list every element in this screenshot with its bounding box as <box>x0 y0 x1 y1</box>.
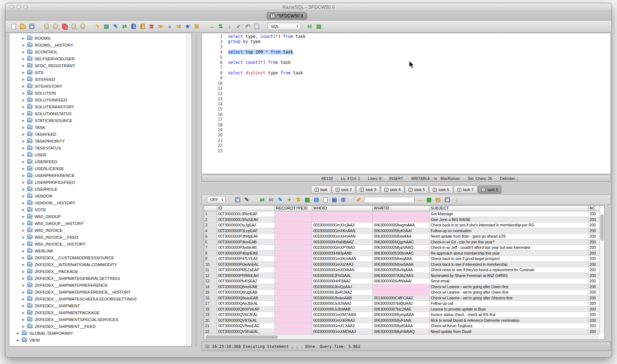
code-line[interactable]: ​ <box>228 81 306 86</box>
row-number-cell[interactable]: 5 <box>204 234 217 239</box>
cell-whoid[interactable] <box>312 217 373 223</box>
tree-item-sitefeed[interactable]: ▶SITEFEED <box>9 76 186 83</box>
tab-close-icon[interactable]: ╳ <box>384 188 388 192</box>
cell-whatid[interactable]: 006300000058wgmAAA <box>373 222 430 228</box>
cell-whoid[interactable]: 0033000000JFhGlAAL <box>312 273 373 279</box>
cell-id[interactable]: 00T3000000P3LopEAF <box>217 228 275 234</box>
code-line[interactable]: ​ <box>228 101 306 107</box>
tree-item-userfeed[interactable]: ▶USERFEED <box>9 158 186 165</box>
cell-ac[interactable]: 200 <box>588 278 600 284</box>
filter-rows-icon[interactable]: ≫ <box>157 23 164 30</box>
cell-recordtypeid[interactable] <box>275 256 312 262</box>
format-sql-icon[interactable]: ⇉ <box>175 23 182 30</box>
cell-ac[interactable]: 200 <box>588 329 600 335</box>
view-log-icon[interactable] <box>253 23 260 30</box>
cell-id[interactable]: 00T3000000L0RqSEAV <box>217 217 275 223</box>
cell-recordtypeid[interactable] <box>275 307 312 312</box>
cell-subject[interactable]: Check back to see if interested in membe… <box>430 262 588 268</box>
cell-whatid[interactable]: 00630000005xfWaAAI <box>373 278 430 284</box>
cell-recordtypeid[interactable] <box>275 262 312 268</box>
tree-item-user[interactable]: ▶USER <box>9 151 186 158</box>
cell-whatid[interactable]: 006300000058ypVAAQ <box>373 245 430 251</box>
cell-whatid[interactable]: 0013000000C4fFCAAZ <box>373 295 430 301</box>
cell-id[interactable]: 00T3000000PREZaEAP <box>217 267 275 273</box>
cell-id[interactable]: 00T3000000QAeJbEAL <box>217 301 275 307</box>
cell-subject[interactable]: Rick to email David & reference Delmonte… <box>430 318 588 324</box>
minimize-button[interactable] <box>17 5 21 9</box>
create-object-icon[interactable]: + <box>70 23 77 30</box>
disclosure-triangle-icon[interactable]: ▶ <box>21 98 26 102</box>
cell-whoid[interactable]: 0033000000GmXKmAAN <box>312 256 373 262</box>
disclosure-triangle-icon[interactable]: ▶ <box>21 50 26 54</box>
tree-item-w50-invoice-feed[interactable]: ▶W50_INVOICE__FEED <box>9 234 186 240</box>
tree-item-w50-group[interactable]: ▶W50_GROUP <box>9 213 186 220</box>
cell-whoid[interactable]: 0033000000H9i0pAAB <box>312 251 373 256</box>
line-count-icon[interactable]: ▤ <box>315 23 323 30</box>
tab-close-icon[interactable]: ╳ <box>336 188 340 192</box>
code-line[interactable]: ​ <box>228 91 306 96</box>
tree-item-solutionfeed[interactable]: ▶SOLUTIONFEED <box>9 96 186 103</box>
cell-id[interactable]: 00T3000000QV8TjEAL <box>217 318 275 324</box>
cell-whoid[interactable]: 0033000000GmXPYAA3 <box>312 245 373 251</box>
result-tab-task[interactable]: ╳task <box>311 186 331 194</box>
cell-recordtypeid[interactable] <box>275 323 312 329</box>
cell-whoid[interactable]: 0033000000JbvQzAAJ <box>312 284 373 290</box>
table-row[interactable]: 1100T3000000PREZaEAP0033000000GmXOiAAN00… <box>204 267 604 273</box>
cell-ac[interactable]: 200 <box>588 211 600 217</box>
api-docs-icon[interactable] <box>139 23 146 30</box>
table-row[interactable]: 1600T3000000Q8sauEAB0033000000JbukoAAB00… <box>204 295 604 301</box>
edit-row-icon[interactable]: ✎ <box>276 196 284 204</box>
tree-item-zkfedex-shipmatescheduledjobssettings[interactable]: ▶ZKFEDEX__SHIPMATESCHEDULEDJOBSSETTINGS <box>9 295 186 302</box>
code-line[interactable]: select count(*) from task​ <box>228 60 306 65</box>
cell-subject[interactable]: Check w/ Leanne - we're going after Shea… <box>430 295 588 301</box>
cell-subject[interactable]: Check-in w/ Jeff - couldn't afford last … <box>430 245 588 251</box>
cell-ac[interactable]: 200 <box>588 307 600 312</box>
reload-table-icon[interactable]: ▦ <box>303 196 311 204</box>
table-row[interactable]: 300T3000000OiyJgEAJ0033000000GmXHJAA3006… <box>204 222 604 228</box>
cell-ac[interactable]: 200 <box>588 301 600 307</box>
result-tab-task-2[interactable]: ╳task 2 <box>332 186 355 194</box>
code-line[interactable]: ​ <box>228 44 306 49</box>
tree-item-w50-invoice-history[interactable]: ▶W50_INVOICE__HISTORY <box>9 240 186 247</box>
cell-whatid[interactable]: 006300000058xw5AAA <box>373 262 430 268</box>
cell-subject[interactable]: Send email <box>430 278 588 284</box>
cell-id[interactable]: 00T3000000L0RknEAF <box>217 211 275 217</box>
tree-item-zkfedex-shipment[interactable]: ▶ZKFEDEX__SHIPMENT <box>9 302 186 309</box>
cell-whatid[interactable] <box>373 284 430 290</box>
row-number-cell[interactable]: 11 <box>204 267 217 273</box>
row-number-cell[interactable]: 2 <box>204 217 217 223</box>
annotate-icon[interactable]: ▤ <box>434 196 442 204</box>
disclosure-triangle-icon[interactable]: ▶ <box>21 78 26 81</box>
tree-item-view[interactable]: ▶VIEW <box>9 337 186 343</box>
cell-subject[interactable]: Check-in w/ Ed - can he join this year? <box>430 239 588 245</box>
cell-id[interactable]: 00T3000000QV8CfEAL <box>217 312 275 318</box>
row-number-cell[interactable]: 22 <box>204 329 217 335</box>
table-row[interactable]: 1400T3000000Q8rexEAB0033000000JbvQzAAJCh… <box>204 284 604 290</box>
tree-item-userrole[interactable]: ▶USERROLE <box>9 186 186 192</box>
disclosure-triangle-icon[interactable]: ▶ <box>21 235 26 239</box>
table-row[interactable]: 1800T3000000QBXPeEAP0033000000Ju9zlAAB00… <box>204 307 604 312</box>
cell-whoid[interactable]: 0033000000GmXHnAAN <box>312 234 373 239</box>
disclosure-triangle-icon[interactable]: ▶ <box>21 325 26 328</box>
code-line[interactable]: ​ <box>228 107 306 112</box>
auto-commit-icon[interactable]: 66 <box>306 23 314 30</box>
disclosure-triangle-icon[interactable]: ▶ <box>21 36 26 40</box>
cell-subject[interactable]: Nominated by Shane Freeman at ANZ (HR50) <box>430 273 588 279</box>
cell-recordtypeid[interactable] <box>275 278 312 284</box>
disclosure-triangle-icon[interactable]: ▶ <box>21 71 26 74</box>
cell-recordtypeid[interactable] <box>275 228 312 234</box>
cell-subject[interactable]: Get Massage <box>430 211 588 217</box>
cell-recordtypeid[interactable] <box>275 239 312 245</box>
disclosure-triangle-icon[interactable]: ▶ <box>21 222 26 225</box>
download-rows-icon[interactable]: ↓ <box>452 196 460 204</box>
toggle-direction-icon[interactable]: ⇅ <box>217 23 224 30</box>
disclosure-triangle-icon[interactable]: ▶ <box>21 201 26 205</box>
tab-close-icon[interactable]: ╳ <box>433 188 437 192</box>
tree-item-staticresource[interactable]: ▶STATICRESOURCE <box>9 117 186 124</box>
code-line[interactable]: ​ <box>228 148 306 153</box>
tab-close-icon[interactable]: ╳ <box>360 188 364 192</box>
results-search-input[interactable] <box>364 197 415 203</box>
import-data-icon[interactable]: → <box>43 23 50 30</box>
cell-whatid[interactable]: 006300000058xlaAAA <box>373 234 430 239</box>
execute-query-icon[interactable]: ϟ <box>94 23 101 30</box>
